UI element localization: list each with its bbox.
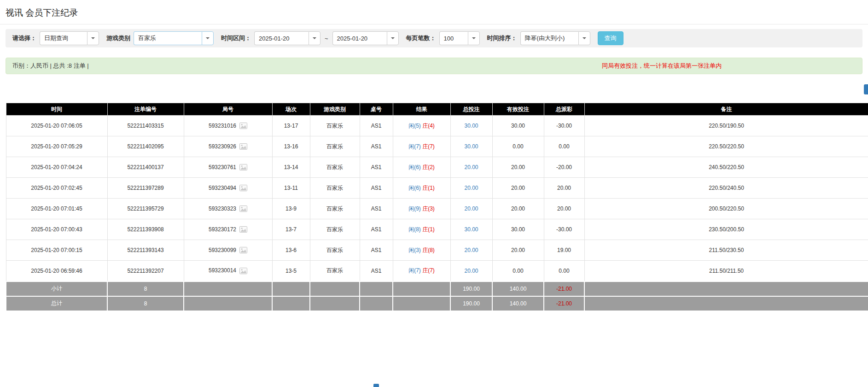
total-bet-link[interactable]: 20.00 bbox=[464, 185, 478, 191]
total-bet-link[interactable]: 20.00 bbox=[464, 247, 478, 253]
cell-time: 2025-01-20 07:05:29 bbox=[6, 136, 107, 157]
cell-valid-bet: 20.00 bbox=[492, 178, 544, 199]
cell-payout: 0.00 bbox=[544, 261, 584, 281]
total-bet-link[interactable]: 30.00 bbox=[464, 143, 478, 150]
cell-round: 593230172 bbox=[184, 219, 272, 240]
per-page-input[interactable] bbox=[439, 31, 468, 45]
cell-bet-id: 522211403315 bbox=[107, 116, 184, 136]
query-type-dropdown-button[interactable] bbox=[87, 31, 99, 45]
time-sort-dropdown-button[interactable] bbox=[578, 31, 590, 45]
time-sort-combo bbox=[520, 31, 590, 45]
subtotal-row: 小计8190.00140.00-21.00 bbox=[6, 281, 868, 296]
roadmap-image-icon[interactable] bbox=[239, 143, 247, 150]
clipped-pagination-button[interactable] bbox=[373, 384, 379, 387]
total-bet-link[interactable]: 20.00 bbox=[464, 268, 478, 274]
round-number: 593230323 bbox=[209, 205, 236, 212]
total-row: 总计8190.00140.00-21.00 bbox=[6, 296, 868, 311]
cell-valid-bet: 20.00 bbox=[492, 240, 544, 261]
cell-session: 13-16 bbox=[272, 136, 310, 157]
date-from-dropdown-button[interactable] bbox=[309, 31, 320, 45]
per-page-dropdown-button[interactable] bbox=[468, 31, 480, 45]
subtotal-row-empty-cell bbox=[272, 281, 310, 296]
date-to-combo bbox=[332, 31, 399, 45]
cell-table-no: AS1 bbox=[360, 136, 393, 157]
total-bet-link[interactable]: 20.00 bbox=[464, 205, 478, 212]
chevron-down-icon bbox=[583, 37, 586, 39]
cell-note: 211.50/230.50 bbox=[584, 240, 868, 261]
result-player: 闲(9) bbox=[408, 205, 421, 212]
cell-payout: -30.00 bbox=[544, 219, 584, 240]
time-sort-input[interactable] bbox=[520, 31, 578, 45]
date-to-dropdown-button[interactable] bbox=[387, 31, 399, 45]
header-bet-id: 注单编号 bbox=[107, 103, 184, 116]
cell-game-type: 百家乐 bbox=[310, 219, 360, 240]
total-bet-link[interactable]: 30.00 bbox=[464, 226, 478, 233]
per-page-combo bbox=[439, 31, 480, 45]
cell-session: 13-5 bbox=[272, 261, 310, 281]
cell-time: 2025-01-20 07:06:05 bbox=[6, 116, 107, 136]
date-from-input[interactable] bbox=[254, 31, 309, 45]
result-banker: 庄(2) bbox=[422, 164, 435, 170]
subtotal-row-total-bet: 190.00 bbox=[450, 281, 492, 296]
header-valid-bet: 有效投注 bbox=[492, 103, 544, 116]
cell-total-bet: 20.00 bbox=[450, 157, 492, 178]
total-bet-link[interactable]: 30.00 bbox=[464, 123, 478, 129]
query-type-input[interactable] bbox=[40, 31, 87, 45]
total-row-empty-cell bbox=[360, 296, 393, 311]
total-row-valid-bet: 140.00 bbox=[492, 296, 544, 311]
cell-payout: 20.00 bbox=[544, 199, 584, 219]
cell-valid-bet: 0.00 bbox=[492, 136, 544, 157]
total-bet-link[interactable]: 20.00 bbox=[464, 164, 478, 170]
game-type-dropdown-button[interactable] bbox=[202, 31, 214, 45]
table-row: 2025-01-20 07:06:05522211403315593231016… bbox=[6, 116, 868, 136]
cell-valid-bet: 0.00 bbox=[492, 261, 544, 281]
roadmap-image-icon[interactable] bbox=[239, 247, 247, 253]
subtotal-row-empty-cell bbox=[360, 281, 393, 296]
header-result: 结果 bbox=[393, 103, 450, 116]
chevron-down-icon bbox=[206, 37, 210, 39]
result-banker: 庄(7) bbox=[422, 143, 435, 150]
cell-session: 13-14 bbox=[272, 157, 310, 178]
result-player: 闲(6) bbox=[408, 164, 421, 170]
total-row-empty-cell bbox=[393, 296, 450, 311]
roadmap-image-icon[interactable] bbox=[239, 268, 247, 274]
game-type-input[interactable] bbox=[134, 31, 202, 45]
table-header: 时间 注单编号 局号 场次 游戏类别 桌号 结果 总投注 有效投注 总派彩 备注 bbox=[6, 103, 868, 116]
cell-bet-id: 522211400137 bbox=[107, 157, 184, 178]
query-type-combo bbox=[40, 31, 99, 45]
cell-bet-id: 522211402095 bbox=[107, 136, 184, 157]
total-row-empty-cell bbox=[184, 296, 272, 311]
cell-table-no: AS1 bbox=[360, 199, 393, 219]
header-round: 局号 bbox=[184, 103, 272, 116]
cell-session: 13-7 bbox=[272, 219, 310, 240]
cell-session: 13-9 bbox=[272, 199, 310, 219]
roadmap-image-icon[interactable] bbox=[239, 205, 247, 212]
cell-result: 闲(7) 庄(7) bbox=[393, 136, 450, 157]
header-row: 时间 注单编号 局号 场次 游戏类别 桌号 结果 总投注 有效投注 总派彩 备注 bbox=[6, 103, 868, 116]
roadmap-image-icon[interactable] bbox=[239, 123, 247, 129]
total-row-payout: -21.00 bbox=[544, 296, 584, 311]
clipped-right-button[interactable] bbox=[864, 84, 868, 94]
date-from-combo bbox=[254, 31, 320, 45]
cell-total-bet: 20.00 bbox=[450, 261, 492, 281]
roadmap-image-icon[interactable] bbox=[239, 185, 247, 191]
cell-result: 闲(6) 庄(2) bbox=[393, 157, 450, 178]
total-row-empty-cell bbox=[272, 296, 310, 311]
subtotal-row-label: 小计 bbox=[6, 281, 107, 296]
roadmap-image-icon[interactable] bbox=[239, 164, 247, 170]
date-to-input[interactable] bbox=[332, 31, 387, 45]
cell-total-bet: 30.00 bbox=[450, 116, 492, 136]
cell-time: 2025-01-20 07:00:15 bbox=[6, 240, 107, 261]
cell-bet-id: 522211397289 bbox=[107, 178, 184, 199]
roadmap-image-icon[interactable] bbox=[239, 226, 247, 233]
cell-table-no: AS1 bbox=[360, 157, 393, 178]
subtotal-row-empty-cell bbox=[584, 281, 868, 296]
time-range-label: 时间区间： bbox=[221, 34, 251, 42]
table-row: 2025-01-20 07:05:29522211402095593230926… bbox=[6, 136, 868, 157]
time-sort-label: 时间排序： bbox=[487, 34, 517, 42]
header-total-bet: 总投注 bbox=[450, 103, 492, 116]
cell-round: 593230494 bbox=[184, 178, 272, 199]
cell-table-no: AS1 bbox=[360, 219, 393, 240]
search-button[interactable]: 查询 bbox=[598, 31, 623, 45]
result-banker: 庄(3) bbox=[422, 205, 435, 212]
